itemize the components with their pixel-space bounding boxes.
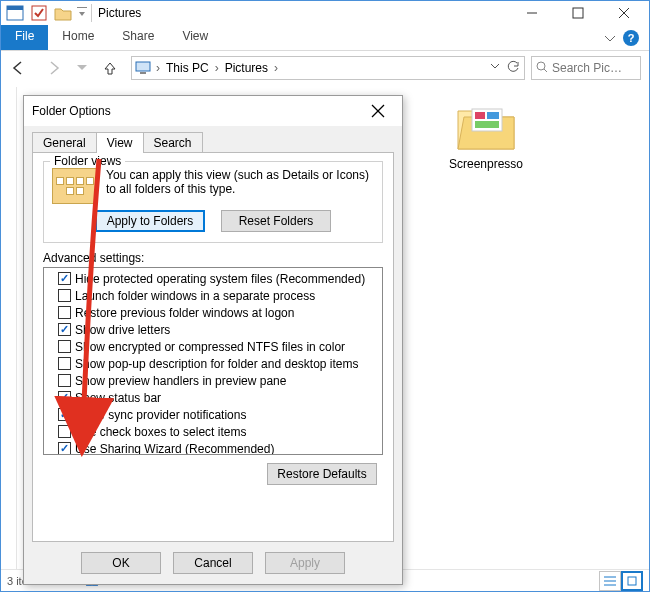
checkbox[interactable]	[58, 289, 71, 302]
list-item[interactable]: Show encrypted or compressed NTFS files …	[44, 338, 382, 355]
checkbox[interactable]	[58, 306, 71, 319]
list-item-label: Use check boxes to select items	[75, 425, 246, 439]
svg-rect-9	[140, 72, 146, 74]
list-item[interactable]: Show drive letters	[44, 321, 382, 338]
minimize-button[interactable]	[509, 1, 555, 25]
svg-rect-1	[7, 6, 23, 10]
list-item-label: Show pop-up description for folder and d…	[75, 357, 359, 371]
list-item-label: Show sync provider notifications	[75, 408, 246, 422]
list-item-label: Restore previous folder windows at logon	[75, 306, 294, 320]
list-item-label: Show status bar	[75, 391, 161, 405]
checkbox[interactable]	[58, 340, 71, 353]
folder-views-group: Folder views You can apply this view (su…	[43, 161, 383, 243]
breadcrumb[interactable]: › This PC › Pictures ›	[131, 56, 525, 80]
svg-point-10	[537, 62, 545, 70]
reset-folders-button[interactable]: Reset Folders	[221, 210, 331, 232]
list-item-label: Show drive letters	[75, 323, 170, 337]
folder-options-dialog: Folder Options General View Search Folde…	[23, 95, 403, 585]
nav-up-button[interactable]	[95, 53, 125, 83]
cancel-button[interactable]: Cancel	[173, 552, 253, 574]
nav-pane-collapsed[interactable]	[1, 87, 17, 569]
list-item-label: Show preview handlers in preview pane	[75, 374, 286, 388]
ribbon-tab-share[interactable]: Share	[108, 25, 168, 50]
qat-explorer-icon[interactable]	[3, 2, 27, 24]
qat-overflow-icon[interactable]	[75, 2, 89, 24]
nav-recent-icon[interactable]	[75, 53, 89, 83]
folder-item[interactable]: Screenpresso	[441, 101, 531, 171]
ok-button[interactable]: OK	[81, 552, 161, 574]
svg-rect-14	[487, 112, 499, 119]
list-item[interactable]: Show status bar	[44, 389, 382, 406]
checkbox[interactable]	[58, 272, 71, 285]
ribbon-tab-view[interactable]: View	[168, 25, 222, 50]
apply-button[interactable]: Apply	[265, 552, 345, 574]
svg-rect-3	[77, 7, 87, 8]
ribbon-expand-icon[interactable]	[605, 31, 615, 45]
chevron-right-icon[interactable]: ›	[154, 61, 162, 75]
checkbox[interactable]	[58, 391, 71, 404]
tab-view[interactable]: View	[96, 132, 144, 153]
restore-defaults-button[interactable]: Restore Defaults	[267, 463, 377, 485]
ribbon: File Home Share View ?	[1, 25, 649, 51]
view-largeicons-button[interactable]	[621, 571, 643, 591]
chevron-right-icon[interactable]: ›	[272, 61, 280, 75]
list-item[interactable]: Use Sharing Wizard (Recommended)	[44, 440, 382, 455]
svg-rect-21	[628, 577, 636, 585]
tab-general[interactable]: General	[32, 132, 97, 153]
svg-rect-13	[475, 112, 485, 119]
window-title: Pictures	[94, 6, 141, 20]
list-item[interactable]: Launch folder windows in a separate proc…	[44, 287, 382, 304]
list-item[interactable]: Show preview handlers in preview pane	[44, 372, 382, 389]
list-item[interactable]: Show sync provider notifications	[44, 406, 382, 423]
svg-rect-8	[136, 62, 150, 71]
list-item-label: Show encrypted or compressed NTFS files …	[75, 340, 345, 354]
search-icon	[536, 61, 548, 76]
view-details-button[interactable]	[599, 571, 621, 591]
help-icon[interactable]: ?	[623, 30, 639, 46]
chevron-right-icon[interactable]: ›	[213, 61, 221, 75]
apply-to-folders-button[interactable]: Apply to Folders	[95, 210, 205, 232]
list-item[interactable]: Hide protected operating system files (R…	[44, 270, 382, 287]
list-item-label: Use Sharing Wizard (Recommended)	[75, 442, 274, 456]
list-item-label: Launch folder windows in a separate proc…	[75, 289, 315, 303]
search-input[interactable]: Search Pic…	[531, 56, 641, 80]
qat-newfolder-icon[interactable]	[51, 2, 75, 24]
dialog-buttons: OK Cancel Apply	[24, 552, 402, 574]
search-placeholder: Search Pic…	[552, 61, 622, 75]
close-button[interactable]	[601, 1, 647, 25]
nav-forward-button[interactable]	[39, 53, 69, 83]
advanced-settings-list[interactable]: Hide protected operating system files (R…	[43, 267, 383, 455]
dialog-close-button[interactable]	[362, 98, 394, 124]
list-item[interactable]: Restore previous folder windows at logon	[44, 304, 382, 321]
dialog-tabs: General View Search	[24, 126, 402, 153]
checkbox[interactable]	[58, 408, 71, 421]
svg-line-11	[544, 69, 547, 72]
checkbox[interactable]	[58, 357, 71, 370]
maximize-button[interactable]	[555, 1, 601, 25]
qat-properties-icon[interactable]	[27, 2, 51, 24]
dialog-title: Folder Options	[32, 104, 111, 118]
checkbox[interactable]	[58, 323, 71, 336]
folder-views-text: You can apply this view (such as Details…	[106, 168, 374, 204]
svg-rect-15	[475, 121, 499, 128]
list-item[interactable]: Use check boxes to select items	[44, 423, 382, 440]
ribbon-tab-home[interactable]: Home	[48, 25, 108, 50]
list-item[interactable]: Show pop-up description for folder and d…	[44, 355, 382, 372]
refresh-icon[interactable]	[502, 60, 520, 77]
folder-views-icon	[52, 168, 98, 204]
checkbox[interactable]	[58, 374, 71, 387]
tab-search[interactable]: Search	[143, 132, 203, 153]
dialog-titlebar[interactable]: Folder Options	[24, 96, 402, 126]
list-item-label: Hide protected operating system files (R…	[75, 272, 365, 286]
checkbox[interactable]	[58, 425, 71, 438]
breadcrumb-seg-thispc[interactable]: This PC	[164, 61, 211, 75]
ribbon-tab-file[interactable]: File	[1, 25, 48, 50]
checkbox[interactable]	[58, 442, 71, 455]
folder-icon	[454, 101, 518, 153]
nav-back-button[interactable]	[3, 53, 33, 83]
folder-views-group-label: Folder views	[50, 154, 125, 168]
titlebar: Pictures	[1, 1, 649, 25]
breadcrumb-seg-pictures[interactable]: Pictures	[223, 61, 270, 75]
breadcrumb-history-icon[interactable]	[490, 60, 500, 77]
qat-separator	[91, 4, 92, 22]
